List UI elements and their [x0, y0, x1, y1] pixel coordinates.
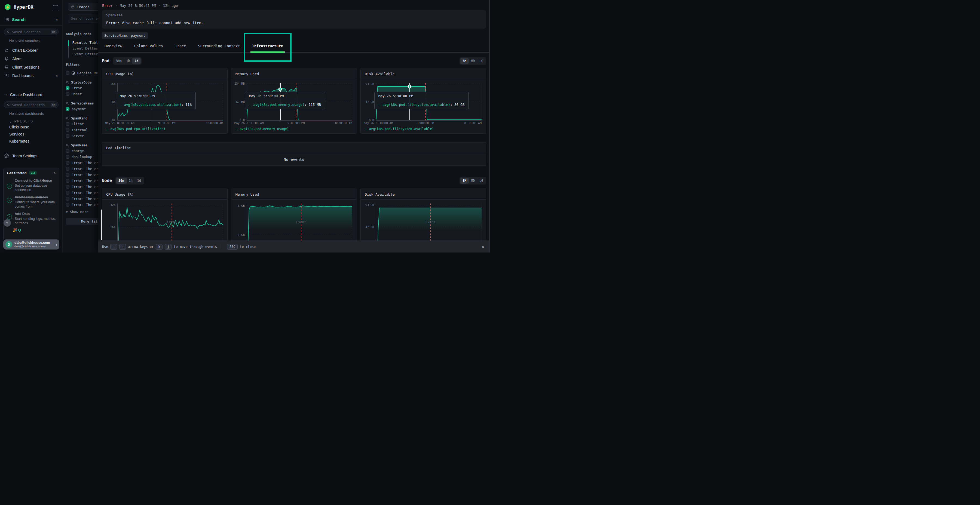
- filter-checkbox[interactable]: [66, 155, 69, 159]
- preset-item-clickhouse[interactable]: ClickHouse: [0, 124, 62, 130]
- presets-toggle[interactable]: ∨ PRESETS: [9, 119, 62, 124]
- user-menu[interactable]: D dale@clickhouse.com dale@clickhouse.co…: [3, 240, 59, 249]
- pod-size-lg[interactable]: LG: [477, 58, 485, 64]
- page-scrollbar[interactable]: [489, 0, 490, 252]
- tab-column-values[interactable]: Column Values: [128, 40, 169, 52]
- tab-trace[interactable]: Trace: [169, 40, 192, 52]
- more-filters-button[interactable]: More fil: [66, 218, 98, 225]
- user-email: dale@clickhouse.com: [14, 241, 50, 245]
- filter-checkbox[interactable]: [66, 197, 69, 200]
- node-range-1d[interactable]: 1d: [135, 178, 143, 184]
- close-icon[interactable]: ✕: [482, 245, 484, 249]
- filter-checkbox[interactable]: [66, 173, 69, 176]
- team-settings-label: Team Settings: [12, 154, 37, 158]
- sidebar-item-dashboards[interactable]: Dashboards∧: [0, 71, 62, 80]
- k-key[interactable]: k: [156, 244, 162, 250]
- tab-infrastructure[interactable]: Infrastructure: [246, 40, 289, 52]
- filter-checkbox[interactable]: [66, 149, 69, 152]
- denoise-toggle[interactable]: Denoise Re: [66, 70, 98, 76]
- denoise-checkbox[interactable]: [66, 71, 69, 75]
- filter-option[interactable]: Error: The cr: [66, 166, 98, 172]
- filter-option[interactable]: Error: The cr: [66, 184, 98, 190]
- filter-checkbox[interactable]: [66, 185, 69, 189]
- chart-plot-area[interactable]: Event: [376, 203, 482, 246]
- pod-range-1h[interactable]: 1h: [124, 58, 132, 64]
- pod-size-sm[interactable]: SM: [460, 58, 468, 64]
- filter-checkbox[interactable]: [66, 203, 69, 206]
- filter-option[interactable]: Internal: [66, 127, 98, 133]
- pod-range-1d[interactable]: 1d: [132, 58, 141, 64]
- service-name-tag[interactable]: ServiceName: payment: [102, 32, 148, 39]
- filter-checkbox[interactable]: [66, 161, 69, 165]
- sidebar-item-search[interactable]: Search ∧: [0, 17, 62, 22]
- filter-checkbox[interactable]: [66, 179, 69, 183]
- chevron-up-icon[interactable]: ∧: [56, 18, 58, 21]
- event-label: Event: [425, 220, 435, 224]
- sidebar-item-client-sessions[interactable]: Client Sessions: [0, 63, 62, 71]
- filter-checkbox[interactable]: [66, 86, 69, 90]
- preset-item-services[interactable]: Services: [0, 130, 62, 138]
- shortcut-badge: ⌘K: [51, 30, 57, 34]
- source-select[interactable]: Traces: [68, 3, 98, 11]
- tab-overview[interactable]: Overview: [99, 40, 128, 52]
- filter-option[interactable]: Error: The cr: [66, 195, 98, 202]
- chart-plot-area[interactable]: Event: [247, 203, 352, 246]
- filter-option[interactable]: Error: The cr: [66, 172, 98, 178]
- panel-scrollbar-thumb[interactable]: [101, 210, 102, 240]
- search-icon: [66, 102, 69, 105]
- celebration-row[interactable]: 🎉 Q: [13, 228, 59, 232]
- filter-option[interactable]: Error: The cr: [66, 160, 98, 166]
- filters-label: Filters: [66, 63, 98, 67]
- filter-option[interactable]: Server: [66, 133, 98, 139]
- pod-size-md[interactable]: MD: [468, 58, 477, 64]
- preset-item-kubernetes[interactable]: Kubernetes: [0, 138, 62, 145]
- filter-option[interactable]: charge: [66, 148, 98, 154]
- sidebar-item-chart-explorer[interactable]: Chart Explorer: [0, 46, 62, 54]
- node-size-md[interactable]: MD: [468, 178, 477, 184]
- get-started-step[interactable]: ✓Connect to ClickHouseSet up your databa…: [3, 176, 59, 193]
- filter-option[interactable]: payment: [66, 106, 98, 112]
- saved-dashboards-input[interactable]: Saved Dashboards ⌘K: [4, 102, 59, 108]
- filter-option[interactable]: Error: The cr: [66, 178, 98, 184]
- filter-option[interactable]: Error: The cr: [66, 190, 98, 195]
- node-size-sm[interactable]: SM: [460, 178, 468, 184]
- get-started-step[interactable]: ✓Create Data SourcesConfigure where your…: [3, 193, 59, 210]
- filter-checkbox[interactable]: [66, 92, 69, 96]
- saved-searches-input[interactable]: Saved Searches ⌘K: [4, 29, 59, 35]
- show-more-button[interactable]: ∨ Show more: [66, 210, 98, 214]
- chart-title: CPU Usage (%): [102, 68, 227, 79]
- sidebar-item-alerts[interactable]: Alerts: [0, 54, 62, 63]
- arrow-left-key[interactable]: ←: [110, 244, 117, 250]
- arrow-right-key[interactable]: →: [119, 244, 126, 250]
- create-dashboard-button[interactable]: + Create Dashboard: [0, 91, 62, 98]
- node-range-30m[interactable]: 30m: [116, 178, 126, 184]
- collapse-sidebar-icon[interactable]: [53, 5, 58, 9]
- pod-range-30m[interactable]: 30m: [114, 58, 124, 64]
- j-key[interactable]: j: [165, 244, 172, 250]
- chevron-up-icon[interactable]: ∧: [56, 74, 58, 77]
- node-range-1h[interactable]: 1h: [126, 178, 135, 184]
- filter-checkbox[interactable]: [66, 128, 69, 132]
- filter-option[interactable]: dns.lookup: [66, 154, 98, 160]
- y-axis-tick: 47 GB: [365, 100, 374, 103]
- filter-checkbox[interactable]: [66, 167, 69, 171]
- step-description: Set up your database connection: [15, 183, 56, 192]
- filter-checkbox[interactable]: [66, 191, 69, 195]
- chart-plot-area[interactable]: Event: [117, 203, 223, 246]
- chevron-up-icon[interactable]: ∧: [54, 171, 56, 175]
- esc-key[interactable]: ESC: [227, 244, 238, 250]
- filter-option[interactable]: Error: [66, 85, 98, 91]
- filter-checkbox[interactable]: [66, 107, 69, 111]
- get-started-step[interactable]: ✓Add DataStart sending logs, metrics, or…: [3, 210, 59, 226]
- sidebar-item-team-settings[interactable]: Team Settings: [0, 152, 62, 160]
- tab-surrounding-context[interactable]: Surrounding Context: [192, 40, 246, 52]
- help-button[interactable]: ?: [3, 219, 11, 227]
- filter-option-label: charge: [72, 149, 84, 153]
- event-search-input[interactable]: Search your ev: [68, 14, 98, 23]
- filter-option[interactable]: Client: [66, 121, 98, 127]
- filter-option[interactable]: Error: The cr: [66, 202, 98, 208]
- node-size-lg[interactable]: LG: [477, 178, 485, 184]
- filter-checkbox[interactable]: [66, 134, 69, 138]
- filter-checkbox[interactable]: [66, 122, 69, 126]
- filter-option[interactable]: Unset: [66, 91, 98, 97]
